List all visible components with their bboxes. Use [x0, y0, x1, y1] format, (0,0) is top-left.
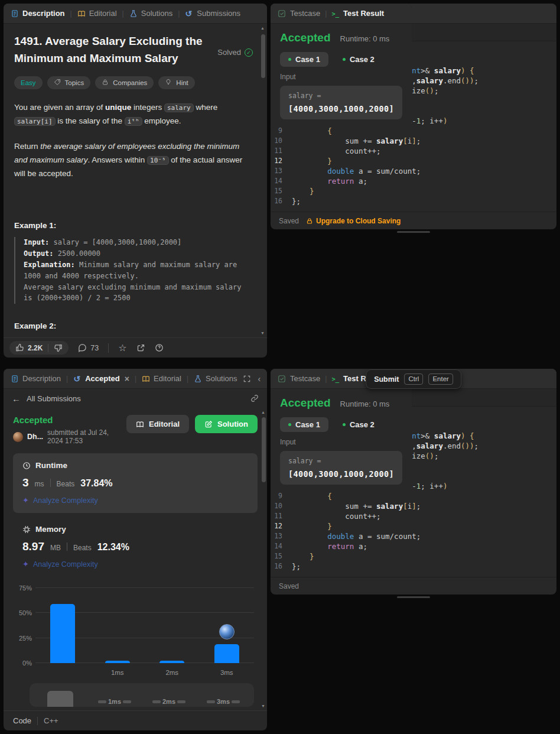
panel-resize-handle[interactable]	[271, 229, 556, 235]
comment-count: 73	[90, 344, 99, 352]
scroll-up-arrow[interactable]: ▲	[261, 26, 265, 30]
code-line-16[interactable]: 16};	[271, 196, 556, 206]
tab-separator: |	[178, 9, 180, 18]
divider	[48, 344, 48, 352]
code-line-10[interactable]: 10 sum += salary[i];	[271, 501, 556, 511]
runtime-card[interactable]: Runtime 3 ms Beats 37.84% ✦ Analyze Comp…	[13, 453, 258, 513]
code-line-11[interactable]: 11 count++;	[271, 511, 556, 521]
companies-badge[interactable]: Companies	[95, 76, 154, 89]
book-icon	[77, 9, 86, 18]
collapse-chevron-icon[interactable]: ‹	[258, 374, 261, 384]
topics-badge[interactable]: Topics	[47, 76, 91, 89]
case-2-pill[interactable]: Case 2	[334, 417, 383, 432]
scroll-down-arrow[interactable]: ▼	[261, 704, 265, 708]
tab-testcase[interactable]: Testcase	[278, 9, 320, 18]
runtime-bar-3ms[interactable]	[214, 580, 239, 663]
brush-label-3ms[interactable]: 3ms	[203, 683, 244, 707]
tab-accepted-submission[interactable]: ↺ Accepted ×	[73, 374, 129, 384]
language-label: C++	[44, 716, 58, 725]
code-line-13[interactable]: 13 double a = sum/count;	[271, 166, 556, 176]
code-line-10[interactable]: 10 sum += salary[i];	[271, 136, 556, 146]
runtime-unit: ms	[35, 480, 44, 488]
input-label: Input	[280, 73, 402, 81]
code-line-9[interactable]: 9 {	[271, 126, 556, 136]
test-result-panel: Testcase | >_ Test Result Accepted Runti…	[271, 4, 412, 127]
case-1-pill[interactable]: Case 1	[280, 417, 328, 432]
tab-solutions[interactable]: Solutions	[129, 9, 172, 18]
code-line-11[interactable]: 11 count++;	[271, 146, 556, 156]
favorite-star-icon[interactable]: ☆	[118, 342, 126, 353]
tab-solutions[interactable]: Solutions	[194, 374, 237, 383]
line-number: 10	[271, 501, 292, 511]
editorial-button[interactable]: Editorial	[126, 415, 189, 433]
runtime-bar-0ms[interactable]	[50, 580, 75, 663]
share-icon[interactable]	[136, 343, 145, 352]
scrollbar-thumb[interactable]	[262, 417, 266, 482]
runtime-bar-1ms[interactable]	[105, 580, 130, 663]
code-line-12[interactable]: 12 }	[271, 156, 556, 166]
divider	[108, 343, 109, 353]
copy-link-icon[interactable]	[250, 394, 259, 402]
panel-resize-handle[interactable]	[271, 595, 556, 600]
flask-icon	[194, 375, 202, 383]
username[interactable]: Dh...	[27, 433, 43, 441]
testcase-input-box[interactable]: salary = [4000,3000,1000,2000]	[280, 86, 402, 119]
submit-shortcut-tooltip[interactable]: Submit Ctrl Enter	[366, 369, 461, 389]
code-line-13[interactable]: 13 double a = sum/count;	[271, 531, 556, 541]
brush-label-2ms[interactable]: 2ms	[148, 683, 190, 707]
comments-button[interactable]: 73	[78, 343, 99, 352]
history-icon: ↺	[185, 9, 193, 18]
close-tab-icon[interactable]: ×	[125, 374, 129, 384]
code-line-14[interactable]: 14 return a;	[271, 176, 556, 186]
runtime-bar-2ms[interactable]	[159, 580, 184, 663]
tab-description[interactable]: Description	[11, 374, 61, 383]
help-icon[interactable]	[155, 343, 164, 352]
code-line-14[interactable]: 14 return a;	[271, 541, 556, 551]
tab-testcase[interactable]: Testcase	[278, 374, 320, 383]
memory-section[interactable]: Memory 8.97 MB Beats 12.34% ✦ Analyze Co…	[13, 525, 258, 569]
input-variable-name: salary =	[288, 457, 394, 465]
tab-separator: |	[135, 375, 136, 383]
case-2-pill[interactable]: Case 2	[334, 52, 383, 67]
thumbs-down-icon[interactable]	[54, 343, 63, 352]
code-line-15[interactable]: 15 }	[271, 551, 556, 561]
code-line-9[interactable]: 9 {	[271, 491, 556, 501]
tab-separator: |	[325, 375, 327, 383]
line-number: 11	[271, 146, 292, 156]
brush-label-1ms[interactable]: 1ms	[94, 683, 135, 707]
terminal-icon: >_	[331, 10, 339, 17]
scroll-down-arrow[interactable]: ▼	[261, 331, 265, 335]
case-1-pill[interactable]: Case 1	[280, 52, 328, 67]
test-status: Accepted	[280, 31, 331, 44]
back-arrow-icon[interactable]: ←	[12, 394, 21, 404]
analyze-complexity-link[interactable]: ✦ Analyze Complexity	[22, 560, 248, 569]
all-submissions-link[interactable]: All Submissions	[27, 394, 81, 403]
tab-editorial[interactable]: Editorial	[142, 374, 181, 383]
case-label: Case 1	[295, 420, 320, 429]
chart-brush-minimap[interactable]: 1ms2ms3ms	[30, 683, 254, 707]
like-button[interactable]: 2.2K	[15, 343, 43, 352]
check-circle-icon: ✓	[245, 48, 253, 57]
upgrade-cloud-saving-link[interactable]: Upgrade to Cloud Saving	[306, 217, 401, 225]
brush-bar-0ms[interactable]	[40, 683, 81, 707]
analyze-complexity-link[interactable]: ✦ Analyze Complexity	[22, 496, 248, 505]
tab-test-result[interactable]: >_ Test Result	[331, 9, 384, 18]
scrollbar-thumb[interactable]	[261, 34, 265, 78]
scroll-up-arrow[interactable]: ▲	[261, 410, 265, 414]
tab-submissions[interactable]: ↺ Submissions	[185, 9, 240, 18]
testcase-input-box[interactable]: salary = [4000,3000,1000,2000]	[280, 451, 402, 485]
tab-description[interactable]: Description	[11, 9, 65, 18]
problem-description[interactable]: 1491. Average Salary Excluding the Minim…	[4, 24, 267, 337]
tab-editorial[interactable]: Editorial	[77, 9, 117, 18]
description-panel: Description | Editorial | Solutions | ↺ …	[4, 4, 267, 358]
expand-icon[interactable]	[243, 375, 251, 383]
tab-label: Editorial	[89, 9, 117, 18]
solution-button[interactable]: Solution	[195, 415, 258, 433]
hint-badge[interactable]: Hint	[158, 76, 194, 89]
code-line-12[interactable]: 12 }	[271, 521, 556, 531]
code-line-15[interactable]: 15 }	[271, 186, 556, 196]
difficulty-badge[interactable]: Easy	[14, 76, 43, 89]
line-number: 11	[271, 511, 292, 521]
code-line-16[interactable]: 16};	[271, 561, 556, 571]
input-variable-name: salary =	[288, 92, 394, 100]
